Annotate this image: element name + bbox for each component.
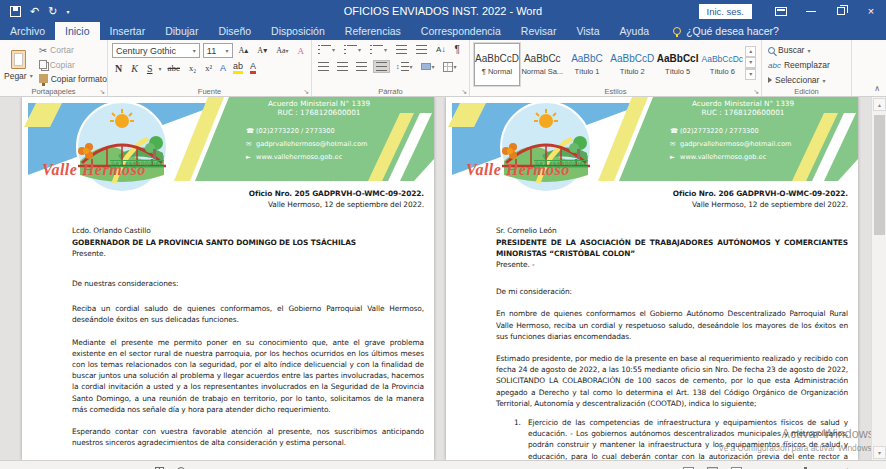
tab-insertar[interactable]: Insertar (100, 22, 156, 40)
styles-gallery-expand-icon[interactable]: ▾ (745, 68, 756, 80)
paste-button[interactable]: Pegar▾ (4, 43, 33, 85)
redo-icon[interactable]: ↻ (48, 5, 57, 18)
decrease-indent-button[interactable] (394, 44, 409, 55)
increase-indent-button[interactable] (414, 44, 429, 55)
document-canvas[interactable]: Acuerdo Ministerial N° 1339 RUC : 176812… (0, 97, 886, 460)
format-painter-button[interactable]: Copiar formato (37, 73, 109, 85)
underline-button[interactable]: S (144, 63, 156, 74)
restore-button[interactable] (826, 0, 856, 22)
ribbon-display-options-button[interactable] (766, 0, 796, 22)
paste-label: Pegar (4, 71, 27, 81)
justify-button[interactable] (373, 60, 390, 73)
save-icon[interactable] (10, 6, 21, 17)
tab-correspondencia[interactable]: Correspondencia (411, 22, 511, 40)
style-titulo-1[interactable]: AaBbC Título 1 (565, 43, 610, 86)
clipboard-dialog-launcher-icon[interactable]: ↘ (99, 88, 105, 95)
font-name-combobox[interactable]: Century Gothic▾ (112, 43, 200, 58)
tab-inicio[interactable]: Inicio (55, 22, 100, 40)
replace-button[interactable]: abcReemplazar (766, 59, 847, 71)
paragraph-dialog-launcher-icon[interactable]: ↘ (461, 88, 467, 95)
bold-button[interactable]: N (112, 63, 125, 74)
format-painter-label: Copiar formato (51, 74, 107, 84)
undo-icon[interactable]: ↶ (30, 5, 39, 18)
tab-ayuda[interactable]: Ayuda (610, 22, 660, 40)
tell-me-box[interactable]: ¿Qué desea hacer? (673, 22, 779, 40)
paragraph: En nombre de quienes conformamos el Gobi… (496, 308, 848, 342)
shading-button[interactable]: ▾ (419, 62, 437, 71)
align-left-button[interactable] (316, 61, 331, 72)
cut-button[interactable]: ✂Cortar (37, 44, 109, 57)
list-text: Ejercicio de las competencias de infraes… (528, 417, 848, 460)
collapse-ribbon-icon[interactable]: ∧ (874, 84, 880, 93)
style-titulo-5[interactable]: AaBbCcI Título 5 (655, 43, 700, 86)
style-name: ¶ Normal (482, 67, 512, 76)
tab-vista[interactable]: Vista (566, 22, 609, 40)
group-styles: AaBbCcD ¶ Normal AaBbCc Normal Sa... AaB… (470, 40, 762, 96)
strikethrough-button[interactable]: abc (164, 63, 183, 73)
underline-dropdown-icon[interactable]: ▾ (158, 65, 161, 72)
borders-button[interactable]: ▾ (441, 61, 459, 73)
styles-dialog-launcher-icon[interactable]: ↘ (753, 88, 759, 95)
numbering-button[interactable]: ▾ (342, 44, 363, 55)
line-spacing-button[interactable]: ↕▾ (394, 61, 415, 72)
title-bar: ↶ ↻ ▾ OFICIOS ENVIADOS INST. 2022 - Word… (0, 0, 886, 22)
document-page-1[interactable]: Acuerdo Ministerial N° 1339 RUC : 176812… (22, 97, 434, 460)
scroll-down-icon[interactable]: ▾ (873, 446, 886, 459)
letter-body[interactable]: Oficio Nro. 206 GADPRVH-O-WMC-09-2022. V… (446, 188, 858, 460)
show-marks-button[interactable]: ¶ (452, 43, 461, 56)
clear-formatting-button[interactable]: A (295, 46, 308, 56)
tab-diseno[interactable]: Diseño (208, 22, 261, 40)
line-spacing-dropdown-icon: ▾ (410, 63, 413, 70)
sign-in-button[interactable]: Inic. ses. (699, 4, 753, 19)
bullets-button[interactable]: ▾ (316, 44, 337, 55)
multilevel-list-button[interactable]: ▾ (368, 44, 389, 55)
email-address: gadprvallehermoso@hotmail.com (256, 140, 367, 148)
select-button[interactable]: Seleccionar▾ (766, 74, 847, 86)
sort-button[interactable]: A↓ (434, 44, 447, 55)
font-size-combobox[interactable]: 11▾ (203, 43, 233, 58)
subscript-button[interactable]: x₂ (186, 63, 199, 73)
style-titulo-2[interactable]: AaBbCcD Título 2 (609, 43, 655, 86)
tab-revisar[interactable]: Revisar (511, 22, 567, 40)
acuerdo-line: Acuerdo Ministerial N° 1339 (234, 99, 404, 108)
scroll-up-icon[interactable]: ▴ (873, 98, 886, 111)
close-button[interactable]: × (856, 0, 886, 22)
change-case-button[interactable]: Aa▾ (273, 46, 291, 55)
align-center-button[interactable] (335, 61, 350, 72)
grow-font-button[interactable]: A▴ (236, 46, 252, 55)
styles-scroll-down-icon[interactable]: ▾ (745, 57, 756, 68)
letter-body[interactable]: Oficio Nro. 205 GADPRVH-O-WMC-09-2022. V… (22, 188, 434, 448)
align-right-button[interactable] (354, 61, 369, 72)
style-normal[interactable]: AaBbCcD ¶ Normal (474, 43, 520, 86)
paste-dropdown-icon: ▾ (30, 72, 33, 79)
superscript-button[interactable]: x² (202, 63, 215, 73)
font-dialog-launcher-icon[interactable]: ↘ (303, 88, 309, 95)
cursor-icon: ► (670, 151, 680, 164)
tab-dibujar[interactable]: Dibujar (155, 22, 208, 40)
group-font: Century Gothic▾ 11▾ A▴ A▾ Aa▾ A N K S▾ a… (108, 40, 312, 96)
shrink-font-button[interactable]: A▾ (254, 46, 270, 55)
styles-gallery-scroll: ▴ ▾ ▾ (745, 43, 757, 85)
customize-qat-icon[interactable]: ▾ (66, 8, 69, 15)
highlight-button[interactable]: ab (231, 62, 245, 74)
find-button[interactable]: Buscar▾ (766, 44, 847, 56)
document-page-2[interactable]: Acuerdo Ministerial N° 1339 RUC : 176812… (446, 97, 858, 460)
salutation: De mi consideración: (496, 286, 848, 297)
text-effects-button[interactable]: A (218, 64, 228, 72)
bullets-dropdown-icon: ▾ (332, 46, 335, 53)
italic-button[interactable]: K (128, 63, 141, 74)
font-size-dropdown-icon: ▾ (226, 47, 229, 54)
copy-button[interactable]: Copiar (37, 59, 109, 71)
style-normal-sa[interactable]: AaBbCc Normal Sa... (520, 43, 565, 86)
search-icon (768, 47, 775, 54)
style-titulo-6[interactable]: AaBbCcDc Título 6 (700, 43, 745, 86)
paragraph: Mediante el presente me permito poner en… (72, 337, 424, 415)
tab-referencias[interactable]: Referencias (335, 22, 411, 40)
scrollbar-thumb[interactable] (874, 115, 885, 235)
tab-archivo[interactable]: Archivo (0, 22, 55, 40)
tab-disposicion[interactable]: Disposición (261, 22, 335, 40)
vertical-scrollbar[interactable]: ▴ ▾ (871, 97, 886, 460)
font-color-button[interactable]: A (248, 62, 258, 74)
styles-scroll-up-icon[interactable]: ▴ (745, 46, 756, 57)
minimize-button[interactable] (796, 0, 826, 22)
